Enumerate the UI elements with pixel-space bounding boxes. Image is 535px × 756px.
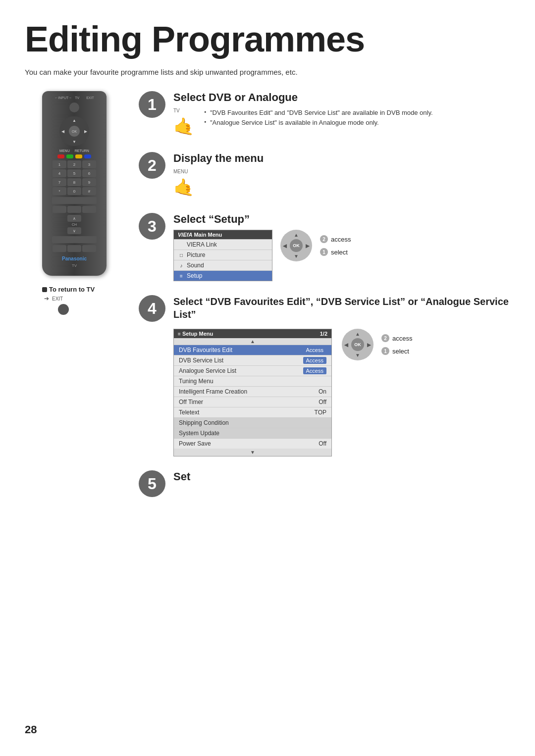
step-3-down-arrow: ▼ xyxy=(294,253,299,259)
remote-return-label[interactable]: RETURN xyxy=(75,149,89,152)
remote-small-btn-2[interactable] xyxy=(67,206,81,213)
remote-control: ←INPUT→ TV EXIT OK ▲ ▼ ◀ ▶ MENU RETURN xyxy=(42,91,107,276)
remote-small-btn-4[interactable] xyxy=(53,245,66,252)
step-3-menu-item-setup: ≡ Setup xyxy=(174,270,272,281)
remote-small-btn-3[interactable] xyxy=(82,206,96,213)
step-4-circle: 4 xyxy=(139,295,165,322)
step-3-nav: OK ▲ ▼ ◀ ▶ 2 access 1 xyxy=(280,230,351,261)
step-3-access-num: 2 xyxy=(320,235,328,243)
analogue-access: Access xyxy=(303,367,326,374)
step-4-ok-nav: OK ▲ ▼ ◀ ▶ xyxy=(342,329,374,360)
step-5-circle: 5 xyxy=(139,470,165,497)
step-4-item-dvb-fav: DVB Favourites Edit Access xyxy=(174,345,331,355)
remote-up-arrow: ▲ xyxy=(72,118,76,123)
remote-num-8[interactable]: 8 xyxy=(67,178,81,186)
return-to-tv-section: To return to TV ➔ EXIT xyxy=(42,284,107,316)
remote-column: ←INPUT→ TV EXIT OK ▲ ▼ ◀ ▶ MENU RETURN xyxy=(25,91,124,511)
step-3-menu-item-picture: □ Picture xyxy=(174,250,272,260)
exit-row: ➔ EXIT xyxy=(44,295,107,302)
step-3-menu-item-sound: ♪ Sound xyxy=(174,260,272,270)
step-2-title: Display the menu xyxy=(173,152,510,165)
setup-icon: ≡ xyxy=(178,273,185,279)
step-3-access-label-row: 2 access xyxy=(320,235,351,243)
page-title: Editing Programmes xyxy=(25,20,510,59)
remote-color-buttons xyxy=(57,154,91,158)
scroll-up-indicator: ▲ xyxy=(174,338,331,345)
step-3-select-num: 1 xyxy=(320,248,328,256)
remote-num-5[interactable]: 5 xyxy=(67,169,81,177)
step-4-ok-btn: OK xyxy=(351,338,364,351)
picture-label: Picture xyxy=(187,252,205,258)
remote-wide-btn-2[interactable] xyxy=(52,236,97,243)
picture-icon: □ xyxy=(178,252,185,258)
remote-brand-tv: TV xyxy=(72,263,77,268)
step-4-up-arrow: ▲ xyxy=(355,331,360,337)
remote-num-4[interactable]: 4 xyxy=(53,169,66,177)
remote-ch-label: CH xyxy=(72,223,77,226)
remote-selector-btn[interactable] xyxy=(69,102,79,112)
remote-blue-btn[interactable] xyxy=(84,154,91,158)
step-3-ok-btn: OK xyxy=(290,239,303,252)
remote-num-star[interactable]: * xyxy=(53,187,66,195)
step-4-item-system-update: System Update xyxy=(174,428,331,438)
remote-num-7[interactable]: 7 xyxy=(53,178,66,186)
step-4-item-power-save: Power Save Off xyxy=(174,438,331,449)
viera-logo: VIEfA xyxy=(178,232,192,238)
step-4-item-analogue: Analogue Service List Access xyxy=(174,365,331,376)
remote-num-6[interactable]: 6 xyxy=(82,169,96,177)
setup-menu-page: 1/2 xyxy=(320,331,327,337)
remote-menu-label[interactable]: MENU xyxy=(59,149,70,152)
step-4-down-arrow: ▼ xyxy=(355,353,360,358)
remote-small-btn-5[interactable] xyxy=(67,245,81,252)
page-number: 28 xyxy=(25,723,37,736)
exit-arrow-icon: ➔ xyxy=(44,295,49,302)
setup-menu-icon: ≡ xyxy=(178,331,181,337)
step-2-hand-icon: 🤙 xyxy=(173,177,194,197)
sound-icon: ♪ xyxy=(178,263,185,268)
remote-small-btn-1[interactable] xyxy=(53,206,66,213)
remote-ch-down[interactable]: ∨ xyxy=(67,227,81,234)
remote-num-hash[interactable]: # xyxy=(82,187,96,195)
step-3-left-arrow: ◀ xyxy=(283,243,287,249)
step-4-nav-labels: 2 access 1 select xyxy=(381,334,412,355)
step-1-note-2: "Analogue Service List" is available in … xyxy=(204,118,433,128)
step-3-menu-box: VIEfA Main Menu VIERA Link □ Picture xyxy=(173,230,272,281)
remote-num-0[interactable]: 0 xyxy=(67,187,81,195)
step-5-row: 5 Set xyxy=(139,470,510,497)
step-1-title: Select DVB or Analogue xyxy=(173,91,510,104)
step-1-note-1: "DVB Favourites Edit" and "DVB Service L… xyxy=(204,108,433,118)
remote-right-arrow: ▶ xyxy=(84,129,87,134)
step-4-item-shipping: Shipping Condition xyxy=(174,417,331,428)
step-4-menu-box: ≡ Setup Menu 1/2 ▲ DVB Favourites Edit A… xyxy=(173,329,332,456)
step-1-content: Select DVB or Analogue TV 🤙 "DVB Favouri… xyxy=(173,91,510,138)
dvb-service-access: Access xyxy=(303,357,326,364)
remote-num-9[interactable]: 9 xyxy=(82,178,96,186)
step-2-circle: 2 xyxy=(139,152,165,179)
step-1-circle: 1 xyxy=(139,91,165,118)
step-4-item-off-timer: Off Timer Off xyxy=(174,397,331,407)
viera-link-label: VIERA Link xyxy=(187,241,217,248)
step-2-menu-label: MENU xyxy=(173,169,194,174)
exit-circle-btn[interactable] xyxy=(50,302,107,316)
step-1-row: 1 Select DVB or Analogue TV 🤙 "DVB Favou… xyxy=(139,91,510,138)
main-menu-label: Main Menu xyxy=(194,232,222,238)
step-3-select-label-row: 1 select xyxy=(320,248,351,256)
step-4-item-teletext: Teletext TOP xyxy=(174,407,331,417)
remote-num-1[interactable]: 1 xyxy=(53,160,66,168)
remote-yellow-btn[interactable] xyxy=(75,154,82,158)
remote-input-label: ←INPUT→ xyxy=(54,96,72,100)
remote-menu-return-row: MENU RETURN xyxy=(59,149,89,152)
remote-wide-btn[interactable] xyxy=(52,197,97,204)
remote-num-2[interactable]: 2 xyxy=(67,160,81,168)
setup-menu-title: Setup Menu xyxy=(182,331,213,337)
step-5-content: Set xyxy=(173,470,198,487)
remote-small-btn-6[interactable] xyxy=(82,245,96,252)
step-1-tv-label: TV xyxy=(173,108,194,113)
remote-red-btn[interactable] xyxy=(57,154,64,158)
remote-green-btn[interactable] xyxy=(66,154,73,158)
step-4-content: Select “DVB Favourites Edit”, “DVB Servi… xyxy=(173,295,510,456)
step-3-menu-item-viera-link: VIERA Link xyxy=(174,239,272,250)
remote-dpad[interactable]: OK ▲ ▼ ◀ ▶ xyxy=(59,116,89,146)
remote-num-3[interactable]: 3 xyxy=(82,160,96,168)
remote-ch-up[interactable]: ∧ xyxy=(67,215,81,222)
